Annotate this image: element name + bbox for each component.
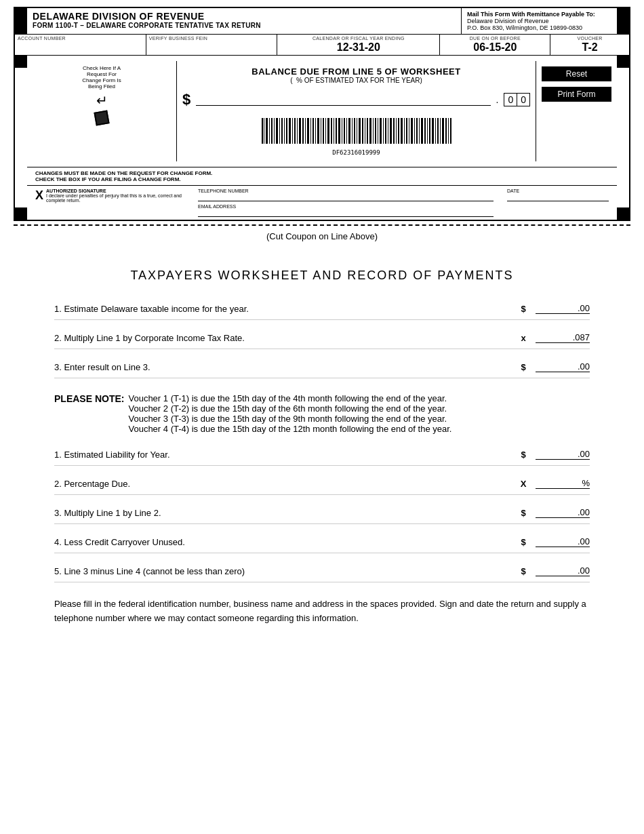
svg-rect-36: [354, 118, 355, 144]
print-button[interactable]: Print Form: [542, 87, 611, 102]
barcode-svg: [262, 118, 451, 148]
svg-rect-4: [271, 118, 273, 144]
svg-rect-60: [416, 118, 418, 144]
field-labels-row: ACCOUNT NUMBER VERIFY BUSINESS FEIN CALE…: [15, 35, 629, 56]
svg-rect-54: [401, 118, 403, 144]
reset-button[interactable]: Reset: [542, 66, 611, 81]
svg-rect-38: [359, 118, 361, 144]
signature-area: X AUTHORIZED SIGNATURE I declare under p…: [27, 185, 617, 220]
pay-line3-value: .00: [536, 507, 590, 518]
check-area: Check Here If A Request For Change Form …: [27, 61, 176, 161]
svg-rect-18: [307, 118, 309, 144]
pay-line1-symbol: $: [517, 450, 530, 460]
account-number-value: [18, 41, 143, 52]
svg-rect-21: [315, 118, 316, 144]
pay-line1-label: 1. Estimated Liability for Year.: [54, 450, 517, 460]
worksheet-line-3: 3. Enter result on Line 3. $ .00: [54, 361, 590, 378]
corner-mark-left: [15, 8, 27, 34]
please-note-lines: Voucher 1 (T-1) is due the 15th day of t…: [128, 393, 451, 434]
svg-rect-37: [357, 118, 357, 144]
svg-rect-32: [344, 118, 345, 144]
account-number-cell: ACCOUNT NUMBER: [15, 35, 146, 55]
svg-rect-52: [396, 118, 397, 144]
pay-line5-symbol: $: [517, 566, 530, 576]
date-input: [507, 193, 609, 201]
changes-notice-area: CHANGES MUST BE MADE ON THE REQUEST FOR …: [27, 167, 617, 185]
svg-rect-7: [279, 118, 280, 144]
please-note-section: PLEASE NOTE: Voucher 1 (T-1) is due the …: [54, 393, 590, 434]
left-corner-fill: [15, 68, 27, 207]
date-field: DATE: [507, 188, 609, 217]
sig-auth-block: AUTHORIZED SIGNATURE I declare under pen…: [46, 188, 184, 203]
voucher-value: T-2: [553, 41, 626, 54]
buttons-area: Reset Print Form: [536, 61, 617, 161]
svg-rect-48: [385, 118, 386, 144]
svg-rect-50: [390, 118, 392, 144]
voucher-main-content: Check Here If A Request For Change Form …: [27, 56, 617, 220]
pay-line2-symbol: X: [517, 479, 530, 489]
changes-notice-line2: CHECK THE BOX IF YOU ARE FILING A CHANGE…: [35, 176, 609, 182]
svg-rect-53: [398, 118, 399, 144]
svg-rect-45: [378, 118, 378, 144]
email-label: EMAIL ADDRESS: [198, 204, 494, 209]
balance-subtitle: ( % OF ESTIMATED TAX FOR THE YEAR): [182, 77, 530, 84]
svg-rect-3: [269, 118, 270, 144]
date-label: DATE: [507, 188, 609, 193]
line3-value: .00: [536, 361, 590, 372]
pay-line2-label: 2. Percentage Due.: [54, 479, 517, 489]
verify-fein-label: VERIFY BUSINESS FEIN: [149, 36, 275, 41]
mail-line2: P.O. Box 830, Wilmington, DE 19899-0830: [467, 24, 611, 31]
right-corner-bottom: [617, 207, 629, 220]
svg-rect-40: [365, 118, 365, 144]
line3-label: 3. Enter result on Line 3.: [54, 362, 517, 372]
telephone-input: [198, 193, 494, 201]
note-line-1: Voucher 1 (T-1) is due the 15th day of t…: [128, 393, 451, 403]
svg-rect-11: [289, 118, 291, 144]
line1-symbol: $: [517, 304, 530, 314]
svg-rect-65: [429, 118, 430, 144]
cut-text: (Cut Coupon on Line Above): [14, 231, 630, 241]
sig-declare: I declare under penalties of perjury tha…: [46, 193, 184, 203]
voucher-form: DELAWARE DIVISION OF REVENUE FORM 1100-T…: [14, 7, 630, 221]
svg-rect-71: [445, 118, 447, 144]
svg-rect-51: [393, 118, 395, 144]
voucher-cell: VOUCHER T-2: [550, 35, 629, 55]
arrow-icon: ↵: [35, 92, 168, 108]
svg-rect-47: [383, 118, 384, 144]
svg-rect-68: [437, 118, 439, 144]
mail-info: Mail This Form With Remittance Payable T…: [461, 8, 617, 34]
svg-rect-14: [297, 118, 298, 144]
payment-line-1: 1. Estimated Liability for Year. $ .00: [54, 449, 590, 466]
left-corner-col: [15, 56, 27, 220]
check-label: Check Here If A Request For Change Form …: [35, 65, 168, 90]
worksheet-lines-group: 1. Estimate Delaware taxable income for …: [54, 303, 590, 378]
svg-rect-43: [373, 118, 374, 144]
note-line-4: Voucher 4 (T-4) is due the 15th day of t…: [128, 424, 451, 434]
svg-rect-9: [284, 118, 285, 144]
svg-rect-8: [281, 118, 283, 144]
svg-rect-33: [346, 118, 347, 144]
org-name: DELAWARE DIVISION OF REVENUE: [33, 11, 456, 22]
sig-auth-label: AUTHORIZED SIGNATURE: [46, 188, 184, 193]
cents-dot: .: [496, 94, 499, 105]
telephone-field: TELEPHONE NUMBER: [198, 188, 494, 201]
amount-input[interactable]: [196, 94, 490, 106]
sig-x-mark: X: [35, 188, 43, 203]
svg-rect-64: [427, 118, 428, 144]
svg-rect-59: [414, 118, 415, 144]
svg-rect-31: [342, 118, 342, 144]
payment-line-4: 4. Less Credit Carryover Unused. $ .00: [54, 536, 590, 553]
voucher-body-row: Check Here If A Request For Change Form …: [15, 56, 629, 220]
svg-rect-44: [375, 118, 376, 144]
balance-title: BALANCE DUE FROM LINE 5 OF WORKSHEET: [182, 66, 530, 77]
svg-rect-58: [411, 118, 413, 144]
telephone-label: TELEPHONE NUMBER: [198, 188, 494, 193]
svg-rect-5: [274, 118, 275, 144]
svg-rect-26: [327, 118, 329, 144]
svg-rect-55: [404, 118, 405, 144]
svg-rect-6: [276, 118, 278, 144]
svg-rect-35: [352, 118, 353, 144]
changes-notice-line1: CHANGES MUST BE MADE ON THE REQUEST FOR …: [35, 170, 609, 176]
check-box: [94, 110, 109, 125]
svg-rect-39: [362, 118, 363, 144]
